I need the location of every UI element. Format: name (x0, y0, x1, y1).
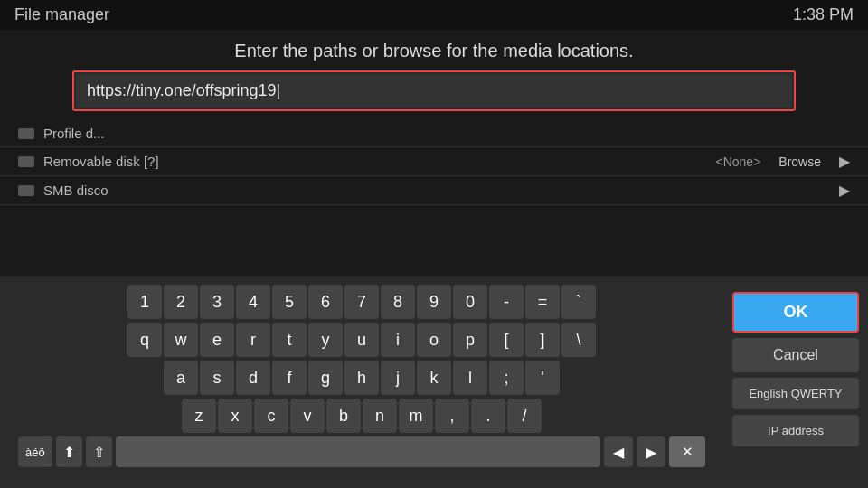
key-x[interactable]: x (218, 399, 252, 433)
key-u[interactable]: u (344, 323, 379, 357)
key-d[interactable]: d (236, 361, 270, 395)
key-v[interactable]: v (290, 399, 325, 433)
file-name-removable: Removable disk [?] (43, 154, 715, 169)
keyboard-layout-button[interactable]: English QWERTY (732, 378, 859, 409)
key-t[interactable]: t (272, 323, 307, 357)
file-icon-smb (18, 185, 34, 196)
clock: 1:38 PM (793, 5, 854, 24)
file-icon-profile (18, 128, 34, 139)
ok-button[interactable]: OK (732, 292, 859, 333)
top-bar: File manager 1:38 PM (0, 0, 868, 30)
key-4[interactable]: 4 (236, 285, 270, 319)
key-e[interactable]: e (200, 323, 234, 357)
keys-section: 1 2 3 4 5 6 7 8 9 0 - = ` q w e r t (0, 285, 723, 467)
file-icon-removable (18, 156, 34, 167)
key-z[interactable]: z (182, 399, 216, 433)
key-5[interactable]: 5 (272, 285, 307, 319)
key-row-1: 1 2 3 4 5 6 7 8 9 0 - = ` (9, 285, 714, 319)
file-name-profile: Profile d... (43, 126, 850, 141)
key-r[interactable]: r (236, 323, 270, 357)
browse-button-removable[interactable]: Browse (778, 155, 821, 169)
key-w[interactable]: w (164, 323, 198, 357)
keyboard-main: 1 2 3 4 5 6 7 8 9 0 - = ` q w e r t (0, 285, 868, 467)
instruction-text: Enter the paths or browse for the media … (0, 30, 868, 70)
key-left-arrow[interactable]: ◀ (604, 436, 633, 467)
key-semicolon[interactable]: ; (489, 361, 524, 395)
key-space[interactable] (116, 436, 600, 467)
key-backspace[interactable]: ✕ (669, 436, 705, 467)
key-0[interactable]: 0 (453, 285, 487, 319)
file-row-smb[interactable]: SMB disco ▶ (0, 176, 868, 205)
key-comma[interactable]: , (435, 399, 469, 433)
key-backtick[interactable]: ` (561, 285, 596, 319)
key-caps[interactable]: ⬆ (56, 436, 82, 467)
key-h[interactable]: h (344, 361, 379, 395)
key-k[interactable]: k (417, 361, 451, 395)
cancel-button[interactable]: Cancel (732, 338, 859, 372)
key-p[interactable]: p (453, 323, 487, 357)
key-right-arrow[interactable]: ▶ (637, 436, 665, 467)
key-a[interactable]: a (164, 361, 198, 395)
key-3[interactable]: 3 (200, 285, 234, 319)
file-name-smb: SMB disco (43, 183, 839, 198)
ip-address-button[interactable]: IP address (732, 415, 859, 446)
file-arrow-removable: ▶ (839, 153, 850, 170)
key-o[interactable]: o (417, 323, 451, 357)
key-9[interactable]: 9 (417, 285, 451, 319)
key-slash[interactable]: / (507, 399, 542, 433)
key-f[interactable]: f (272, 361, 307, 395)
key-8[interactable]: 8 (381, 285, 415, 319)
url-input-wrapper[interactable] (72, 70, 796, 111)
key-j[interactable]: j (381, 361, 415, 395)
key-accent[interactable]: àéö (18, 436, 52, 467)
key-period[interactable]: . (471, 399, 505, 433)
key-n[interactable]: n (363, 399, 397, 433)
key-c[interactable]: c (254, 399, 288, 433)
keyboard-area: 1 2 3 4 5 6 7 8 9 0 - = ` q w e r t (0, 276, 868, 488)
key-row-2: q w e r t y u i o p [ ] \ (9, 323, 714, 357)
key-y[interactable]: y (308, 323, 343, 357)
key-row-4: z x c v b n m , . / (9, 399, 714, 433)
key-l[interactable]: l (453, 361, 487, 395)
main-content: Enter the paths or browse for the media … (0, 30, 868, 283)
key-rbracket[interactable]: ] (525, 323, 560, 357)
key-m[interactable]: m (399, 399, 433, 433)
file-row-removable[interactable]: Removable disk [?] <None> Browse ▶ (0, 147, 868, 176)
key-i[interactable]: i (381, 323, 415, 357)
file-option-removable: <None> (715, 155, 760, 169)
key-lbracket[interactable]: [ (489, 323, 524, 357)
url-input[interactable] (76, 74, 792, 108)
key-2[interactable]: 2 (164, 285, 198, 319)
key-equals[interactable]: = (525, 285, 560, 319)
app-title: File manager (14, 5, 109, 24)
key-7[interactable]: 7 (344, 285, 379, 319)
file-arrow-smb: ▶ (839, 182, 850, 199)
key-row-bottom: àéö ⬆ ⇧ ◀ ▶ ✕ (9, 436, 714, 467)
key-g[interactable]: g (308, 361, 343, 395)
key-1[interactable]: 1 (127, 285, 162, 319)
key-backslash[interactable]: \ (561, 323, 596, 357)
key-q[interactable]: q (127, 323, 162, 357)
key-b[interactable]: b (326, 399, 361, 433)
action-panel: OK Cancel English QWERTY IP address (723, 285, 868, 467)
key-s[interactable]: s (200, 361, 234, 395)
key-6[interactable]: 6 (308, 285, 343, 319)
key-shift[interactable]: ⇧ (86, 436, 112, 467)
key-apostrophe[interactable]: ' (525, 361, 560, 395)
key-minus[interactable]: - (489, 285, 524, 319)
key-row-3: a s d f g h j k l ; ' (9, 361, 714, 395)
file-row-profile[interactable]: Profile d... (0, 120, 868, 147)
